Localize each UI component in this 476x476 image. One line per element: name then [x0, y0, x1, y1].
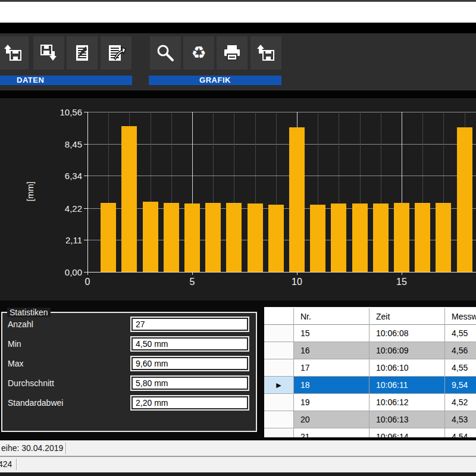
cell-nr[interactable]: 15 — [294, 325, 369, 342]
cell-messwert[interactable]: 4,52 — [445, 394, 476, 411]
bar-measurement-10 — [289, 127, 305, 272]
table-row-21[interactable]: 2110:06:144,54 — [264, 428, 476, 437]
stat-label-durchschnitt: Durchschnitt — [8, 378, 54, 388]
save-data-button[interactable] — [33, 36, 64, 70]
zoom-button[interactable] — [150, 36, 181, 70]
table-header-row: Nr.ZeitMesswert — [264, 308, 476, 325]
bar-measurement-17 — [436, 203, 451, 272]
status-separator — [16, 459, 17, 470]
x-tick-mark — [192, 272, 193, 275]
floppy-down-icon — [39, 43, 59, 63]
cell-messwert[interactable]: 4,55 — [445, 359, 476, 377]
table-row-15[interactable]: 1510:06:084,55 — [264, 325, 476, 342]
bar-measurement-1 — [101, 203, 116, 272]
column-header-zeit[interactable]: Zeit — [369, 308, 445, 325]
column-header-messwert[interactable]: Messwert — [445, 308, 476, 325]
status-separator — [65, 443, 66, 454]
bar-measurement-18 — [457, 127, 472, 272]
cell-messwert[interactable]: 4,56 — [445, 342, 476, 359]
statistics-title: Statistiken — [7, 308, 51, 317]
delete-data-button[interactable] — [67, 36, 98, 70]
toolbar-group-label-grafik: GRAFIK — [149, 76, 281, 85]
cell-messwert[interactable]: 4,55 — [445, 325, 476, 342]
x-axis — [87, 272, 476, 273]
y-tick-label: 0,00 — [65, 267, 82, 277]
stat-field-min[interactable] — [131, 337, 248, 350]
y-tick-label: 6,34 — [65, 171, 82, 181]
bar-measurement-12 — [331, 203, 346, 272]
magnifier-icon — [155, 43, 176, 63]
recycle-icon: ♻ — [191, 43, 206, 63]
print-button[interactable] — [217, 36, 248, 70]
table-row-20[interactable]: 2010:06:134,53 — [264, 411, 476, 428]
toolbar: DATEN ♻ GRAFIK — [0, 33, 476, 90]
y-tick-label: 10,56 — [60, 107, 82, 117]
x-tick-label: 5 — [190, 277, 195, 287]
table-row-17[interactable]: 1710:06:104,55 — [264, 359, 476, 377]
y-tick-label: 4,22 — [65, 203, 82, 213]
gridline — [87, 144, 476, 145]
document-export-icon — [106, 43, 126, 63]
cell-nr[interactable]: 18 — [294, 377, 369, 394]
cell-nr[interactable]: 21 — [294, 428, 369, 437]
bar-measurement-5 — [184, 203, 200, 272]
load-data-button[interactable] — [0, 36, 29, 70]
cell-zeit[interactable]: 10:06:13 — [369, 411, 445, 428]
row-header-cell — [264, 428, 294, 437]
table-row-18[interactable]: ▶1810:06:119,54 — [264, 377, 476, 394]
table-corner-cell — [264, 308, 294, 325]
table-row-19[interactable]: 1910:06:124,52 — [264, 394, 476, 411]
measurement-bar-chart: 0,002,114,226,348,4510,56051015[mm] — [0, 98, 476, 300]
cell-zeit[interactable]: 10:06:12 — [369, 394, 445, 411]
bar-measurement-16 — [415, 203, 430, 272]
export-data-button[interactable] — [101, 36, 131, 70]
bar-measurement-8 — [248, 203, 263, 272]
y-axis-unit-label: [mm] — [25, 181, 35, 201]
stat-field-max[interactable] — [131, 357, 248, 370]
stat-field-durchschnitt[interactable] — [131, 377, 248, 390]
status-device-id: 424 — [0, 459, 12, 469]
cell-zeit[interactable]: 10:06:11 — [369, 377, 445, 394]
x-tick-label: 10 — [292, 277, 302, 287]
current-row-marker: ▶ — [264, 377, 294, 394]
title-bar — [0, 2, 476, 23]
stat-field-anzahl[interactable] — [131, 318, 248, 331]
bottom-panel: Statistiken AnzahlMinMaxDurchschnittStan… — [0, 300, 476, 440]
x-tick-mark — [402, 272, 402, 275]
stat-field-standardabwei[interactable] — [131, 396, 248, 409]
stat-label-min: Min — [8, 339, 21, 349]
status-series-date: eihe: 30.04.2019 — [1, 443, 63, 453]
save-graphic-button[interactable] — [250, 36, 281, 70]
printer-icon — [222, 43, 242, 63]
bar-measurement-7 — [226, 203, 242, 272]
bar-measurement-11 — [310, 205, 325, 272]
bar-measurement-2 — [121, 126, 137, 272]
cell-zeit[interactable]: 10:06:09 — [369, 342, 445, 359]
toolbar-group-label-daten: DATEN — [0, 76, 132, 85]
window-bottom-edge — [0, 472, 476, 476]
bar-measurement-13 — [352, 203, 368, 272]
cell-messwert[interactable]: 9,54 — [445, 377, 476, 394]
cell-zeit[interactable]: 10:06:14 — [369, 428, 445, 437]
cell-nr[interactable]: 16 — [294, 342, 369, 359]
row-header-cell — [264, 325, 294, 342]
row-header-cell — [264, 342, 294, 359]
cell-messwert[interactable]: 4,54 — [445, 428, 476, 437]
cell-nr[interactable]: 17 — [294, 359, 369, 377]
cell-zeit[interactable]: 10:06:10 — [369, 359, 445, 377]
gridline — [87, 112, 476, 112]
table-row-16[interactable]: 1610:06:094,56 — [264, 342, 476, 359]
cell-messwert[interactable]: 4,53 — [445, 411, 476, 428]
bar-measurement-4 — [164, 203, 179, 272]
y-tick-label: 2,11 — [65, 235, 82, 245]
cell-zeit[interactable]: 10:06:08 — [369, 325, 445, 342]
cell-nr[interactable]: 20 — [294, 411, 369, 428]
refresh-button[interactable]: ♻ — [183, 36, 214, 70]
x-tick-mark — [297, 272, 298, 275]
x-tick-label: 0 — [85, 277, 90, 287]
floppy-up-icon — [256, 43, 276, 63]
cell-nr[interactable]: 19 — [294, 394, 369, 411]
column-header-nr[interactable]: Nr. — [294, 308, 369, 325]
measurement-table: Nr.ZeitMesswert1510:06:084,551610:06:094… — [264, 307, 476, 437]
y-axis — [87, 112, 88, 272]
